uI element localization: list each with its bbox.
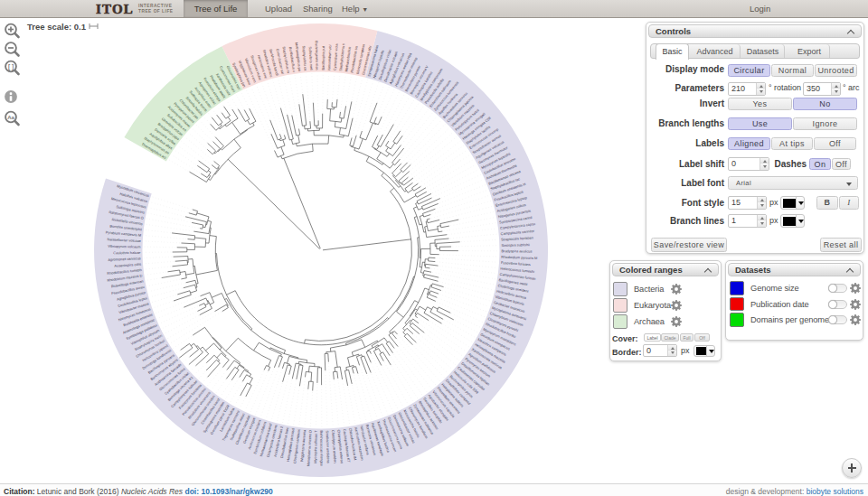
svg-text:Caulothrix haloae: Caulothrix haloae [113, 250, 140, 255]
svg-text:Bacillospira put: Bacillospira put [321, 45, 326, 70]
svg-text:[ ]: [ ] [8, 63, 14, 70]
svg-text:Mycospira coliosus T: Mycospira coliosus T [313, 430, 318, 463]
svg-text:Buchnegenes elon: Buchnegenes elon [315, 41, 320, 70]
svg-text:Sinospira subtishii: Sinospira subtishii [501, 242, 530, 248]
svg-text:Bradyspira aeolicus: Bradyspira aeolicus [501, 248, 532, 253]
svg-text:Vibriopyrum volcaum: Vibriopyrum volcaum [108, 244, 140, 249]
svg-text:Burkhococcus elongas: Burkhococcus elongas [319, 430, 324, 465]
svg-text:Aa: Aa [7, 115, 14, 120]
